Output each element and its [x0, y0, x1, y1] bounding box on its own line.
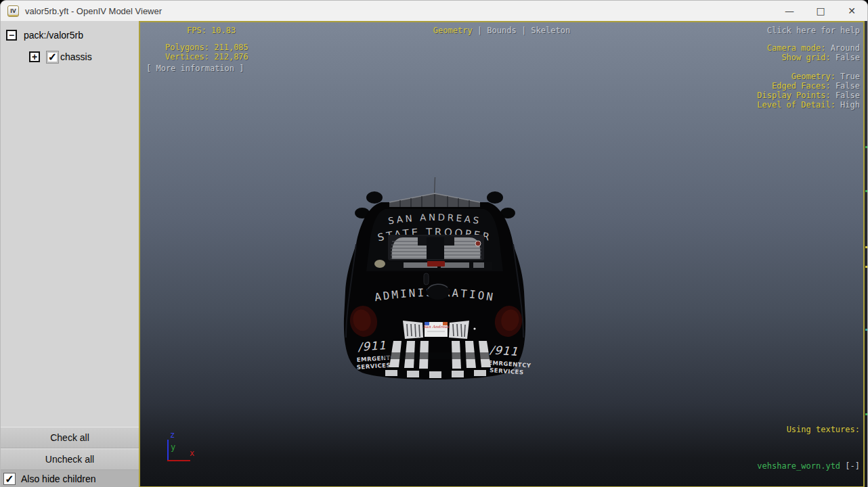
- app-window: IV valor5rb.yft - OpenIV Model Viewer — …: [0, 0, 868, 487]
- remove-texture-button[interactable]: [-]: [840, 461, 860, 471]
- check-all-button[interactable]: Check all: [1, 427, 139, 448]
- window-title: valor5rb.yft - OpenIV Model Viewer: [25, 6, 162, 16]
- titlebar: IV valor5rb.yft - OpenIV Model Viewer — …: [1, 1, 867, 21]
- geometry-option[interactable]: Geometry: True: [791, 72, 860, 81]
- uncheck-all-button[interactable]: Uncheck all: [1, 448, 139, 470]
- display-points-option[interactable]: Display Points: False: [757, 91, 860, 100]
- also-hide-children-checkbox[interactable]: ✓: [3, 473, 16, 485]
- vertices-count: Vertices: 212,876: [165, 52, 248, 62]
- bumper-911-left: /911: [357, 338, 387, 354]
- minimize-button[interactable]: —: [774, 1, 805, 21]
- show-grid-setting[interactable]: Show grid: False: [781, 53, 860, 62]
- textures-header: Using textures:: [752, 423, 860, 436]
- z-axis-label: z: [170, 430, 175, 440]
- tree-item-chassis[interactable]: + ✓ chassis: [1, 49, 139, 65]
- x-axis-label: x: [190, 448, 194, 458]
- tab-separator: |: [473, 26, 487, 35]
- x-axis-line: [167, 460, 190, 461]
- model-tree: − pack:/valor5rb + ✓ chassis: [1, 21, 139, 65]
- tab-bounds[interactable]: Bounds: [487, 26, 516, 35]
- third-brake-light: [427, 261, 445, 266]
- also-hide-children-label: Also hide children: [21, 473, 96, 484]
- sidebar-footer: Check all Uncheck all ✓ Also hide childr…: [1, 427, 139, 487]
- expand-icon[interactable]: +: [29, 51, 40, 62]
- collapse-icon[interactable]: −: [6, 30, 17, 41]
- plate-text: San Andreas: [423, 324, 450, 329]
- tree-item-root[interactable]: − pack:/valor5rb: [1, 27, 139, 43]
- 3d-viewport[interactable]: FPS: 10.83 Polygons: 211,085 Vertices: 2…: [139, 21, 865, 487]
- tab-geometry[interactable]: Geometry: [433, 26, 473, 35]
- tree-root-label: pack:/valor5rb: [24, 30, 83, 41]
- texture-name: vehshare_worn.ytd: [757, 461, 840, 471]
- car-model-render: SAN ANDREAS STATE TROOPER: [338, 175, 534, 379]
- camera-mode-setting[interactable]: Camera mode: Around: [767, 43, 860, 53]
- more-information-link[interactable]: [ More information ]: [146, 64, 244, 73]
- model-tree-sidebar: − pack:/valor5rb + ✓ chassis Check all U…: [1, 21, 139, 487]
- polygons-count: Polygons: 211,085: [165, 43, 248, 52]
- openiv-logo-icon: IV: [7, 5, 19, 17]
- license-plate: San Andreas: [423, 322, 450, 337]
- maximize-button[interactable]: □: [805, 1, 836, 21]
- z-axis-line: [167, 440, 169, 461]
- tree-chassis-label: chassis: [60, 51, 92, 62]
- level-of-detail-option[interactable]: Level of Detail: High: [757, 100, 860, 110]
- chassis-checkbox[interactable]: ✓: [46, 51, 59, 64]
- view-mode-tabs: Geometry | Bounds | Skeleton: [140, 26, 863, 35]
- tab-separator: |: [517, 26, 531, 35]
- y-axis-label: y: [171, 442, 175, 452]
- texture-row: vehshare_worn.ytd [-]: [752, 460, 860, 472]
- also-hide-children-row[interactable]: ✓ Also hide children: [1, 470, 139, 487]
- background-window-sliver: [865, 21, 868, 487]
- textures-panel: Using textures: vehshare_worn.ytd [-] ve…: [752, 399, 860, 487]
- tab-skeleton[interactable]: Skeleton: [531, 26, 570, 35]
- interior-partition: [388, 235, 484, 260]
- close-button[interactable]: ✕: [836, 1, 867, 21]
- help-link[interactable]: Click here for help: [767, 26, 860, 35]
- edged-faces-option[interactable]: Edged Faces: False: [772, 81, 860, 91]
- bumper-911-right: /911: [489, 343, 519, 358]
